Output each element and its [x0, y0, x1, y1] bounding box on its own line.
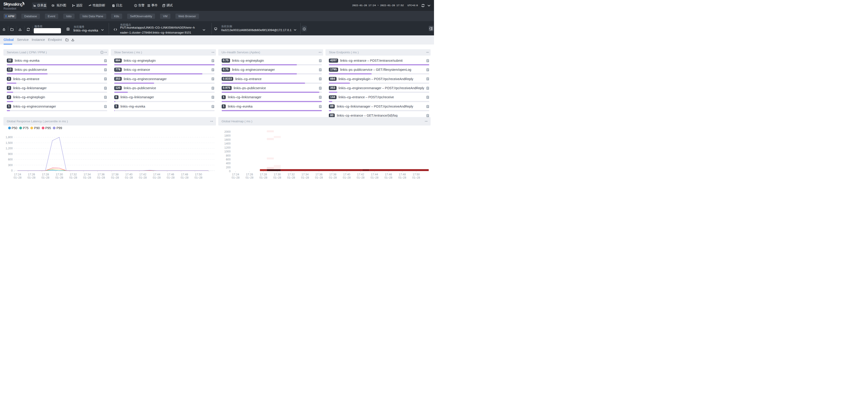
svg-text:01–28: 01–28 — [259, 176, 267, 179]
svg-text:0: 0 — [11, 169, 13, 172]
svg-text:17:28: 17:28 — [260, 173, 267, 176]
svg-text:17:24: 17:24 — [232, 173, 239, 176]
svg-text:800: 800 — [226, 154, 230, 157]
svg-text:17:44: 17:44 — [153, 173, 160, 176]
svg-text:17:28: 17:28 — [42, 173, 49, 176]
svg-text:01–28: 01–28 — [194, 176, 203, 179]
svg-text:17:42: 17:42 — [139, 173, 146, 176]
svg-text:01–28: 01–28 — [139, 176, 147, 179]
svg-text:1600: 1600 — [224, 138, 230, 141]
svg-text:17:26: 17:26 — [28, 173, 35, 176]
svg-text:17:30: 17:30 — [56, 173, 63, 176]
svg-text:01–28: 01–28 — [301, 176, 309, 179]
svg-text:900: 900 — [8, 152, 13, 156]
svg-text:01–28: 01–28 — [315, 176, 323, 179]
svg-text:1,500: 1,500 — [6, 141, 13, 144]
svg-text:01–28: 01–28 — [398, 176, 406, 179]
svg-text:01–28: 01–28 — [343, 176, 350, 179]
svg-text:01–28: 01–28 — [69, 176, 77, 179]
svg-text:2000: 2000 — [224, 130, 230, 134]
svg-text:0: 0 — [229, 170, 230, 173]
svg-text:17:24: 17:24 — [14, 173, 21, 176]
svg-text:01–28: 01–28 — [412, 176, 420, 179]
svg-text:17:36: 17:36 — [97, 173, 104, 176]
svg-text:01–28: 01–28 — [153, 176, 161, 179]
svg-text:01–28: 01–28 — [371, 176, 378, 179]
svg-text:01–28: 01–28 — [356, 176, 365, 179]
svg-text:01–28: 01–28 — [28, 176, 36, 179]
svg-text:17:34: 17:34 — [84, 173, 91, 176]
svg-text:01–28: 01–28 — [167, 176, 175, 179]
svg-text:17:26: 17:26 — [246, 173, 253, 176]
svg-text:1800: 1800 — [224, 134, 230, 137]
svg-text:600: 600 — [8, 158, 13, 161]
svg-text:01–28: 01–28 — [111, 176, 119, 179]
svg-text:300: 300 — [8, 164, 13, 167]
svg-text:17:48: 17:48 — [399, 173, 406, 176]
svg-text:17:50: 17:50 — [412, 173, 420, 176]
svg-text:17:38: 17:38 — [112, 173, 119, 176]
svg-text:17:40: 17:40 — [343, 173, 350, 176]
svg-text:17:30: 17:30 — [274, 173, 281, 176]
svg-text:01–28: 01–28 — [287, 176, 295, 179]
svg-text:01–28: 01–28 — [97, 176, 105, 179]
svg-text:17:32: 17:32 — [288, 173, 294, 176]
svg-text:17:38: 17:38 — [329, 173, 336, 176]
svg-text:17:34: 17:34 — [302, 173, 308, 176]
svg-text:01–28: 01–28 — [13, 176, 22, 179]
svg-text:01–28: 01–28 — [329, 176, 337, 179]
svg-text:01–28: 01–28 — [231, 176, 240, 179]
svg-text:400: 400 — [226, 162, 230, 165]
svg-text:01–28: 01–28 — [384, 176, 392, 179]
svg-text:1200: 1200 — [224, 146, 230, 149]
svg-text:200: 200 — [226, 166, 230, 169]
svg-text:17:44: 17:44 — [371, 173, 378, 176]
svg-text:17:48: 17:48 — [181, 173, 188, 176]
svg-text:01–28: 01–28 — [41, 176, 50, 179]
svg-text:01–28: 01–28 — [55, 176, 63, 179]
svg-text:17:36: 17:36 — [315, 173, 322, 176]
svg-text:17:50: 17:50 — [195, 173, 202, 176]
svg-text:600: 600 — [226, 158, 230, 161]
svg-text:01–28: 01–28 — [273, 176, 281, 179]
svg-text:17:46: 17:46 — [385, 173, 392, 176]
svg-text:17:32: 17:32 — [69, 173, 76, 176]
svg-text:17:42: 17:42 — [357, 173, 364, 176]
svg-text:1,800: 1,800 — [6, 136, 13, 139]
svg-text:17:40: 17:40 — [125, 173, 132, 176]
svg-text:1000: 1000 — [224, 150, 230, 153]
svg-text:01–28: 01–28 — [245, 176, 253, 179]
svg-text:1,200: 1,200 — [6, 147, 13, 150]
svg-text:01–28: 01–28 — [125, 176, 133, 179]
svg-text:01–28: 01–28 — [83, 176, 91, 179]
svg-text:1400: 1400 — [224, 142, 230, 145]
svg-text:17:46: 17:46 — [167, 173, 174, 176]
svg-text:01–28: 01–28 — [181, 176, 189, 179]
